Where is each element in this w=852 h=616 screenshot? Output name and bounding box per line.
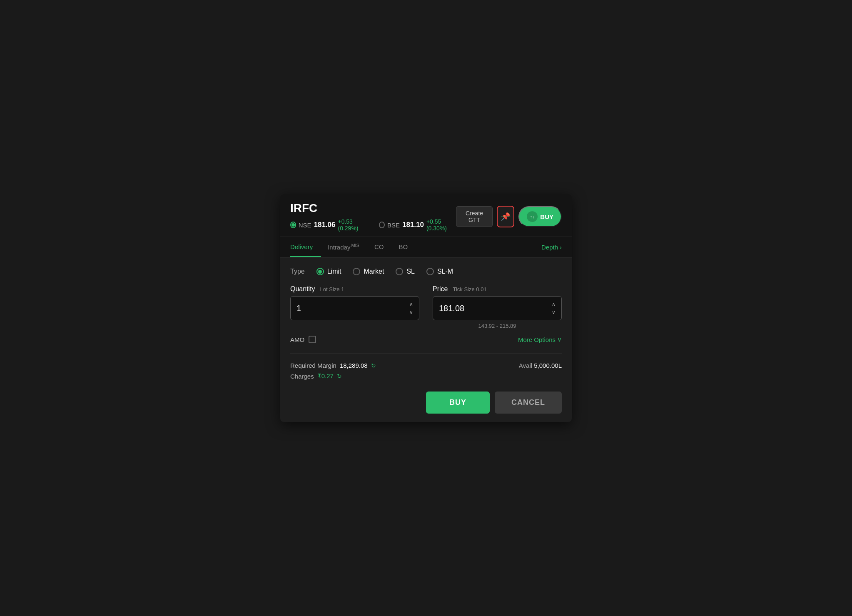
header-right: Create GTT 📌 ↑↓ BUY (456, 206, 562, 227)
charges-refresh-icon[interactable]: ↻ (337, 373, 342, 379)
price-input[interactable] (433, 304, 546, 313)
tick-size-label: Tick Size 0.01 (453, 286, 486, 292)
margin-refresh-icon[interactable]: ↻ (371, 362, 376, 369)
avail-right: Avail 5,000.00L (519, 362, 562, 369)
price-header: Price Tick Size 0.01 (433, 285, 562, 293)
price-up-button[interactable]: ∧ (550, 301, 557, 307)
nse-change: +0.53 (0.29%) (338, 218, 367, 232)
type-sl[interactable]: SL (396, 268, 415, 275)
limit-label: Limit (327, 268, 341, 275)
quantity-label: Quantity (290, 285, 315, 293)
type-slm[interactable]: SL-M (426, 268, 453, 275)
buy-badge-label: BUY (540, 213, 553, 220)
tab-intraday[interactable]: IntradayMIS (328, 237, 368, 257)
create-gtt-button[interactable]: Create GTT (456, 206, 493, 227)
price-input-wrapper: ∧ ∨ (433, 296, 562, 320)
buy-badge-icon: ↑↓ (527, 211, 538, 222)
buy-button[interactable]: BUY (426, 392, 490, 414)
market-radio[interactable] (353, 268, 360, 275)
buy-badge-button[interactable]: ↑↓ BUY (518, 206, 562, 227)
bse-radio[interactable] (379, 222, 385, 228)
slm-label: SL-M (437, 268, 453, 275)
amo-row: AMO More Options ∨ (290, 336, 562, 343)
type-limit[interactable]: Limit (316, 268, 341, 275)
nse-exchange[interactable]: NSE 181.06 +0.53 (0.29%) (290, 218, 367, 232)
header-left: IRFC NSE 181.06 +0.53 (0.29%) BSE 181.10… (290, 202, 456, 232)
quantity-group: Quantity Lot Size 1 ∧ ∨ (290, 285, 419, 329)
required-margin-value: 18,289.08 (340, 362, 368, 369)
avail-value: 5,000.00L (534, 362, 562, 369)
tab-mis-label: MIS (351, 243, 359, 248)
charges-row: Charges ₹0.27 ↻ (290, 372, 562, 380)
nse-radio[interactable] (290, 222, 296, 228)
limit-radio[interactable] (316, 268, 324, 275)
tab-bo[interactable]: BO (399, 237, 416, 257)
bse-price: 181.10 (402, 221, 424, 229)
price-label: Price (433, 285, 448, 293)
margin-row: Required Margin 18,289.08 ↻ Avail 5,000.… (290, 362, 562, 369)
margin-left: Required Margin 18,289.08 ↻ (290, 362, 376, 369)
required-margin-label: Required Margin (290, 362, 336, 369)
more-options-label: More Options (518, 336, 556, 343)
quantity-header: Quantity Lot Size 1 (290, 285, 419, 293)
bse-label: BSE (387, 222, 400, 229)
cancel-button[interactable]: CANCEL (495, 392, 562, 414)
dialog-header: IRFC NSE 181.06 +0.53 (0.29%) BSE 181.10… (280, 194, 572, 237)
quantity-input[interactable] (291, 304, 404, 313)
stock-title: IRFC (290, 202, 456, 215)
avail-label: Avail (519, 362, 532, 369)
order-type-row: Type Limit Market SL SL-M (290, 268, 562, 275)
pin-button[interactable]: 📌 (497, 206, 514, 227)
divider (290, 353, 562, 354)
price-range: 143.92 - 215.89 (433, 323, 562, 329)
tab-delivery[interactable]: Delivery (290, 237, 321, 257)
type-market[interactable]: Market (353, 268, 384, 275)
chevron-right-icon: › (560, 244, 562, 251)
quantity-input-wrapper: ∧ ∨ (290, 296, 419, 320)
dialog-body: Type Limit Market SL SL-M Quantity (280, 258, 572, 422)
bse-change: +0.55 (0.30%) (426, 218, 456, 232)
tabs-row: Delivery IntradayMIS CO BO Depth › (280, 237, 572, 258)
price-arrows: ∧ ∨ (546, 299, 561, 317)
quantity-down-button[interactable]: ∨ (408, 309, 415, 316)
market-label: Market (364, 268, 384, 275)
nse-label: NSE (299, 222, 311, 229)
charges-label: Charges (290, 373, 314, 380)
price-row: NSE 181.06 +0.53 (0.29%) BSE 181.10 +0.5… (290, 218, 456, 232)
nse-price: 181.06 (314, 221, 335, 229)
more-options-button[interactable]: More Options ∨ (518, 336, 562, 343)
bse-exchange[interactable]: BSE 181.10 +0.55 (0.30%) (379, 218, 456, 232)
action-row: BUY CANCEL (290, 392, 562, 414)
sl-label: SL (406, 268, 415, 275)
slm-radio[interactable] (426, 268, 434, 275)
price-down-button[interactable]: ∨ (550, 309, 557, 316)
lot-size-label: Lot Size 1 (320, 286, 344, 292)
amo-checkbox[interactable] (309, 336, 316, 343)
pin-icon: 📌 (501, 212, 510, 221)
depth-button[interactable]: Depth › (541, 244, 562, 251)
quantity-up-button[interactable]: ∧ (408, 301, 415, 307)
order-dialog: IRFC NSE 181.06 +0.53 (0.29%) BSE 181.10… (280, 194, 572, 422)
fields-row: Quantity Lot Size 1 ∧ ∨ Price Tick Size … (290, 285, 562, 329)
sl-radio[interactable] (396, 268, 403, 275)
type-label: Type (290, 268, 305, 275)
price-group: Price Tick Size 0.01 ∧ ∨ 143.92 - 215.89 (433, 285, 562, 329)
amo-left: AMO (290, 336, 316, 343)
amo-label: AMO (290, 336, 304, 343)
chevron-down-icon: ∨ (557, 336, 562, 343)
quantity-arrows: ∧ ∨ (404, 299, 419, 317)
charges-value: ₹0.27 (317, 372, 334, 380)
tab-co[interactable]: CO (374, 237, 392, 257)
